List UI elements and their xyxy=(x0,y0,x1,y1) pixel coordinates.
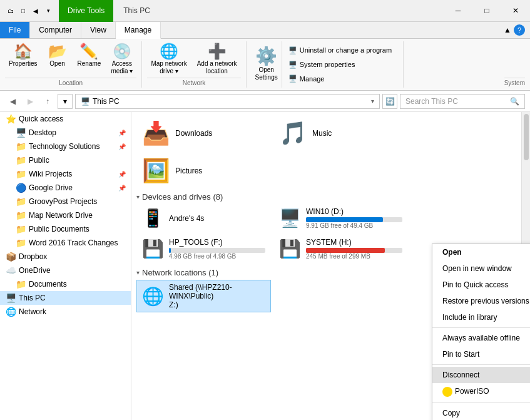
rename-label: Rename xyxy=(78,60,101,68)
win10-item[interactable]: 🖥️ WIN10 (D:) 9.91 GB free of 49.4 GB xyxy=(273,204,408,232)
google-drive-icon: 🔵 xyxy=(15,183,26,193)
network-chevron[interactable]: ▾ xyxy=(136,269,140,276)
title-bar: 🗂 □ ◀ ▾ Drive Tools This PC ─ □ ✕ xyxy=(0,0,530,22)
sidebar-item-onedrive[interactable]: ☁️ OneDrive xyxy=(0,264,131,277)
window-title: This PC xyxy=(116,6,158,15)
ribbon-group-location: 🏠 Properties 📂 Open ✏️ Rename 💿 Accessme… xyxy=(0,41,142,88)
map-network-drive-icon: 🌐 xyxy=(160,44,178,59)
refresh-button[interactable]: 🔄 xyxy=(382,94,397,109)
address-dropdown[interactable]: ▾ xyxy=(371,98,374,105)
sidebar-item-google-drive[interactable]: 🔵 Google Drive 📌 xyxy=(10,181,131,195)
forward-button[interactable]: ▶ xyxy=(23,94,38,109)
ctx-copy[interactable]: Copy xyxy=(432,405,530,420)
music-item[interactable]: 🎵 Music xyxy=(273,117,408,150)
tab-computer[interactable]: Computer xyxy=(30,22,81,38)
quick-access-icon: ⭐ xyxy=(5,114,16,124)
ctx-open[interactable]: Open xyxy=(432,244,530,260)
dropbox-icon: 📦 xyxy=(5,252,16,262)
window-controls: ─ □ ✕ xyxy=(444,0,530,22)
uninstall-program-btn[interactable]: 🖥️ Uninstall or change a program xyxy=(285,45,395,56)
system-h-info: SYSTEM (H:) 245 MB free of 299 MB xyxy=(306,238,402,260)
ctx-always-offline[interactable]: Always available offline xyxy=(432,330,530,346)
minimize-button[interactable]: ─ xyxy=(444,0,472,22)
downloads-item[interactable]: 📥 Downloads xyxy=(136,117,271,150)
system-properties-icon: 🖥️ xyxy=(288,61,297,69)
tab-view[interactable]: View xyxy=(81,22,116,38)
sidebar-item-dropbox[interactable]: 📦 Dropbox xyxy=(0,250,131,264)
sidebar-item-public[interactable]: 📁 Public xyxy=(10,153,131,167)
shared-network-icon: 🌐 xyxy=(142,286,164,307)
search-icon[interactable]: 🔍 xyxy=(510,97,519,106)
music-icon: 🎵 xyxy=(279,120,307,146)
system-label-group: System xyxy=(499,41,530,88)
andres-4s-item[interactable]: 📱 Andre's 4s xyxy=(136,204,271,232)
scrollbar-thumb[interactable] xyxy=(522,112,530,162)
up-button[interactable]: ↑ xyxy=(40,94,55,109)
system-properties-btn[interactable]: 🖥️ System properties xyxy=(285,59,395,70)
properties-btn[interactable]: 🏠 Properties xyxy=(5,41,41,70)
manage-btn[interactable]: 🖥️ Manage xyxy=(285,73,395,84)
sidebar-item-network[interactable]: 🌐 Network xyxy=(0,305,131,319)
ctx-restore-previous[interactable]: Restore previous versions xyxy=(432,293,530,309)
sidebar-item-groovypost[interactable]: 📁 GroovyPost Projects xyxy=(10,195,131,208)
ribbon-group-network: 🌐 Map networkdrive ▾ ➕ Add a networkloca… xyxy=(142,41,246,88)
music-name: Music xyxy=(312,129,332,138)
shared-info: Shared (\\HPZ210-WINX\Public) Z:) xyxy=(169,283,265,309)
quick-icon-3[interactable]: ◀ xyxy=(30,5,41,16)
close-button[interactable]: ✕ xyxy=(501,0,530,22)
sidebar-item-this-pc[interactable]: 🖥️ This PC xyxy=(0,291,131,305)
downloads-icon: 📥 xyxy=(142,120,170,146)
access-media-btn[interactable]: 💿 Accessmedia ▾ xyxy=(107,41,136,78)
sidebar-item-documents[interactable]: 📁 Documents xyxy=(10,277,131,291)
quick-icon-1[interactable]: 🗂 xyxy=(5,5,16,16)
shared-network-item[interactable]: 🌐 Shared (\\HPZ210-WINX\Public) Z:) xyxy=(136,280,271,312)
onedrive-section: 📁 Documents xyxy=(0,277,131,291)
system-h-item[interactable]: 💾 SYSTEM (H:) 245 MB free of 299 MB xyxy=(273,235,408,263)
sidebar-item-quick-access[interactable]: ⭐ Quick access xyxy=(0,112,131,126)
music-info: Music xyxy=(312,129,332,138)
back-button[interactable]: ◀ xyxy=(5,94,20,109)
andres-4s-info: Andre's 4s xyxy=(169,214,265,223)
content-area: 📥 Downloads 🎵 Music 🖼️ Pictures xyxy=(131,112,530,420)
quick-icon-2[interactable]: □ xyxy=(18,5,29,16)
map-network-drive-btn[interactable]: 🌐 Map networkdrive ▾ xyxy=(147,41,190,78)
sidebar-item-desktop[interactable]: 🖥️ Desktop 📌 xyxy=(10,126,131,140)
open-btn[interactable]: 📂 Open xyxy=(44,41,71,70)
tab-file[interactable]: File xyxy=(0,22,30,38)
open-settings-btn[interactable]: ⚙️ OpenSettings xyxy=(252,41,282,88)
quick-access-label: Quick access xyxy=(19,115,126,123)
add-network-location-btn[interactable]: ➕ Add a networklocation xyxy=(193,41,241,78)
ctx-include-library[interactable]: Include in library ▶ xyxy=(432,309,530,325)
map-network-label: Map Network Drive xyxy=(29,211,126,220)
rename-btn[interactable]: ✏️ Rename xyxy=(74,41,105,70)
ribbon-tabs: File Computer View Manage ▲ ? xyxy=(0,22,530,39)
ctx-pin-quick-access[interactable]: Pin to Quick access xyxy=(432,277,530,293)
recent-locations-button[interactable]: ▾ xyxy=(58,94,73,109)
customize-quick-access[interactable]: ▾ xyxy=(43,5,54,16)
devices-chevron[interactable]: ▾ xyxy=(136,193,140,200)
sidebar-item-word-track[interactable]: 📁 Word 2016 Track Changes xyxy=(10,236,131,250)
search-box[interactable]: Search This PC 🔍 xyxy=(400,94,525,109)
hp-tools-item[interactable]: 💾 HP_TOOLS (F:) 4.98 GB free of 4.98 GB xyxy=(136,235,271,263)
ctx-pin-start[interactable]: Pin to Start xyxy=(432,346,530,362)
ribbon-help-btn[interactable]: ? xyxy=(514,24,525,36)
sidebar-item-public-docs[interactable]: 📁 Public Documents xyxy=(10,222,131,236)
ctx-poweriso[interactable]: PowerISO ▶ xyxy=(432,383,530,401)
maximize-button[interactable]: □ xyxy=(472,0,501,22)
andres-4s-name: Andre's 4s xyxy=(169,214,265,223)
pictures-item[interactable]: 🖼️ Pictures xyxy=(136,155,271,187)
ctx-disconnect[interactable]: Disconnect xyxy=(432,367,530,383)
ctx-open-new-window[interactable]: Open in new window xyxy=(432,260,530,277)
sidebar-item-map-network[interactable]: 📁 Map Network Drive xyxy=(10,208,131,222)
system-h-progress-fill xyxy=(306,248,385,253)
address-input[interactable]: 🖥️ This PC ▾ xyxy=(75,94,380,109)
hp-tools-progress xyxy=(169,248,265,253)
sidebar-item-wiki[interactable]: 📁 Wiki Projects 📌 xyxy=(10,167,131,181)
drive-tools-tab[interactable]: Drive Tools xyxy=(59,0,113,22)
system-bottom-label: System xyxy=(504,78,525,88)
sidebar-item-tech-solutions[interactable]: 📁 Technology Solutions 📌 xyxy=(10,140,131,153)
ribbon-collapse-btn[interactable]: ▲ xyxy=(504,26,511,34)
desktop-icon: 🖥️ xyxy=(15,128,26,138)
downloads-name: Downloads xyxy=(175,129,212,138)
tab-manage[interactable]: Manage xyxy=(116,22,161,39)
